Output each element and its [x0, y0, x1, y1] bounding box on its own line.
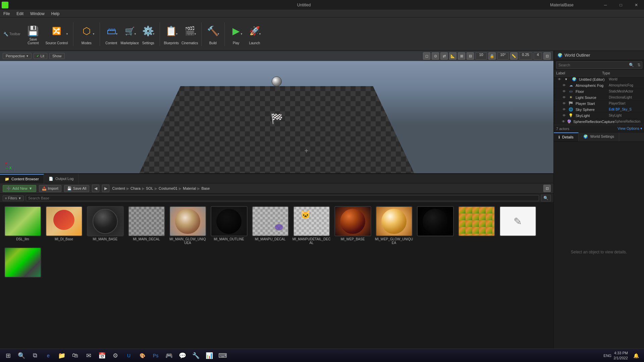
- build-button[interactable]: 🔨 Build ▼: [205, 21, 221, 48]
- modes-button[interactable]: ⬡ Modes ▼: [76, 21, 97, 48]
- taskbar-misc2-button[interactable]: 📊: [203, 350, 215, 362]
- breadcrumb-sep-1: ▶: [126, 186, 129, 191]
- menu-window[interactable]: Window: [27, 10, 48, 17]
- collapse-icon[interactable]: ⊡: [543, 185, 551, 192]
- outliner-row-sky[interactable]: 👁 🌐 Sky Sphere Edit BP_Sky_S: [554, 107, 644, 113]
- save-current-button[interactable]: 💾 Save Current: [25, 21, 42, 48]
- taskbar-misc1-button[interactable]: 🔧: [190, 350, 202, 362]
- maximize-button[interactable]: □: [613, 0, 629, 10]
- taskbar-ue4-button[interactable]: U: [123, 350, 135, 362]
- search-go-button[interactable]: 🔍: [541, 195, 551, 201]
- asset-mi-manpudetail[interactable]: 🐱 MI_MANPUDETAIL_DECAL: [292, 206, 331, 245]
- asset-mi-wep-base[interactable]: MI_WEP_BASE: [333, 206, 372, 245]
- perspective-button[interactable]: Perspective ▼: [3, 53, 32, 59]
- filter-button[interactable]: ≡ Filters ▼: [3, 195, 24, 201]
- outliner-row-sphere-capture[interactable]: 👁 🔮 SphereReflectionCapture SphereReflec…: [554, 119, 644, 125]
- menu-help[interactable]: Help: [48, 10, 63, 17]
- asset-label-mi-main-outline: MI_MAIN_OUTLINE: [214, 237, 244, 241]
- add-new-button[interactable]: ➕ Add New ▼: [3, 185, 36, 192]
- viewport-icon-btn-3[interactable]: ⇄: [440, 52, 448, 60]
- outliner-view-options-button[interactable]: View Options ▾: [618, 126, 642, 131]
- breadcrumb-chara[interactable]: Chara: [130, 186, 141, 190]
- grid-angle-input[interactable]: 10°: [497, 52, 509, 60]
- grid-scale-input[interactable]: 0.25: [519, 52, 532, 60]
- asset-row2-4[interactable]: [3, 247, 42, 279]
- asset-mi-main-decal[interactable]: MI_MAIN_DECAL: [127, 206, 166, 245]
- settings-button[interactable]: ⚙️ Settings ▼: [140, 21, 157, 48]
- viewport-expand-icon[interactable]: ⊡: [543, 52, 551, 60]
- output-log-tab-label: Output Log: [55, 174, 73, 183]
- taskbar-search-button[interactable]: 🔍: [15, 350, 28, 362]
- tab-details[interactable]: ℹ Details: [554, 132, 579, 141]
- viewport-icon-btn-7[interactable]: 🔒: [488, 52, 496, 60]
- breadcrumb-costume[interactable]: Costume01: [159, 186, 177, 190]
- taskbar-start-button[interactable]: ⊞: [2, 350, 14, 362]
- viewport-icon-btn-8[interactable]: 📏: [510, 52, 518, 60]
- save-all-button[interactable]: 💾 Save All: [64, 185, 90, 192]
- taskbar-steam-button[interactable]: 🎮: [163, 350, 175, 362]
- nav-back-button[interactable]: ◀: [92, 185, 99, 192]
- asset-mi-wep-glow[interactable]: MI_WEP_GLOW_UNIQUEA: [375, 206, 413, 245]
- play-button[interactable]: ▶ Play ▼: [228, 21, 245, 48]
- marketplace-button[interactable]: 🛒 Marketplace ▼: [121, 21, 138, 48]
- menu-edit[interactable]: Edit: [13, 10, 27, 17]
- search-input[interactable]: [26, 195, 539, 201]
- asset-mi-di-base[interactable]: MI_DI_Base: [45, 206, 83, 245]
- collapse-button[interactable]: ⊡: [543, 185, 551, 192]
- lit-button[interactable]: ✔ Lit: [34, 53, 47, 59]
- outliner-row-skylight[interactable]: 👁 💡 SkyLight SkyLight: [554, 113, 644, 119]
- taskbar-store-button[interactable]: 🛍: [69, 350, 81, 362]
- asset-mi-main-outline[interactable]: MI_MAIN_OUTLINE: [210, 206, 248, 245]
- import-button[interactable]: 📥 Import: [39, 185, 61, 192]
- menu-file[interactable]: File: [0, 10, 13, 17]
- viewport-icon-btn-2[interactable]: ⊙: [432, 52, 439, 60]
- outliner-row-atm-fog[interactable]: 👁 ☁ Atmospheric Fog AtmosphericFog: [554, 82, 644, 88]
- outliner-row-untitled[interactable]: 👁 ▾ 🌍 Untitled (Editor) World: [554, 76, 644, 82]
- notifications-button[interactable]: 🔔: [630, 350, 642, 362]
- asset-row2-3[interactable]: ✎: [498, 206, 537, 245]
- tab-output-log[interactable]: 📄 Output Log: [44, 174, 78, 183]
- breadcrumb-content[interactable]: Content: [112, 186, 125, 190]
- close-button[interactable]: ✕: [629, 0, 644, 10]
- taskbar-calendar-button[interactable]: 📅: [96, 350, 108, 362]
- launch-button[interactable]: 🚀 Launch ▼: [246, 21, 263, 48]
- outliner-row-light[interactable]: 👁 ☀ Light Source DirectionalLight: [554, 95, 644, 101]
- viewport-icon-btn-4[interactable]: 📐: [449, 52, 457, 60]
- breadcrumb-material[interactable]: Material: [183, 186, 196, 190]
- taskbar-ps-button[interactable]: Ps: [150, 350, 162, 362]
- taskbar-settings2-button[interactable]: ⚙: [109, 350, 121, 362]
- cinematics-button[interactable]: 🎬 Cinematics ▼: [181, 21, 198, 48]
- taskbar-terminal-button[interactable]: ⌨: [217, 350, 229, 362]
- taskbar-edge-button[interactable]: e: [42, 350, 54, 362]
- taskbar-blender-button[interactable]: 🎨: [136, 350, 148, 362]
- outliner-search-input[interactable]: [556, 62, 627, 68]
- asset-mi-main-glow[interactable]: MI_MAIN_GLOW_UNIQUEA: [168, 206, 207, 245]
- taskbar-explorer-button[interactable]: 📁: [56, 350, 68, 362]
- asset-mi-manpu-decal[interactable]: MI_MANPU_DECAL: [251, 206, 289, 245]
- taskbar-task-view-button[interactable]: ⧉: [29, 350, 41, 362]
- source-control-button[interactable]: 🔀 Source Control ▼: [43, 21, 70, 48]
- breadcrumb-base[interactable]: Base: [201, 186, 210, 190]
- viewport[interactable]: Perspective ▼ ✔ Lit Show ◻ ⊙ ⇄: [0, 51, 553, 173]
- viewport-icon-btn-5[interactable]: ⊞: [458, 52, 465, 60]
- asset-dsl-ilm[interactable]: DSL_Ilm: [3, 206, 42, 245]
- grid-size-input[interactable]: 10: [475, 52, 487, 60]
- taskbar-mail-button[interactable]: ✉: [83, 350, 95, 362]
- grid-level-input[interactable]: 4: [534, 52, 542, 60]
- taskbar-discord-button[interactable]: 💬: [176, 350, 189, 362]
- tab-content-browser[interactable]: 📁 Content Browser: [0, 174, 44, 183]
- minimize-button[interactable]: ─: [598, 0, 613, 10]
- blueprints-button[interactable]: 📋 Blueprints ▼: [163, 21, 180, 48]
- viewport-icon-btn-6[interactable]: ⊟: [467, 52, 474, 60]
- outliner-row-floor[interactable]: 👁 ▭ Floor StaticMeshActor: [554, 88, 644, 95]
- asset-mi-main-base[interactable]: MI_MAIN_BASE: [86, 206, 124, 245]
- viewport-icon-btn-1[interactable]: ◻: [423, 52, 430, 60]
- tab-world-settings[interactable]: 🌍 World Settings: [579, 132, 619, 141]
- outliner-row-player[interactable]: 👁 🏁 Player Start PlayerStart: [554, 101, 644, 107]
- nav-forward-button[interactable]: ▶: [102, 185, 109, 192]
- show-button[interactable]: Show: [49, 53, 65, 59]
- content-button[interactable]: 🗃 Content ▼: [103, 21, 120, 48]
- asset-row2-2[interactable]: [457, 206, 496, 245]
- asset-row2-1[interactable]: [416, 206, 454, 245]
- breadcrumb-sol[interactable]: SOL: [146, 186, 153, 190]
